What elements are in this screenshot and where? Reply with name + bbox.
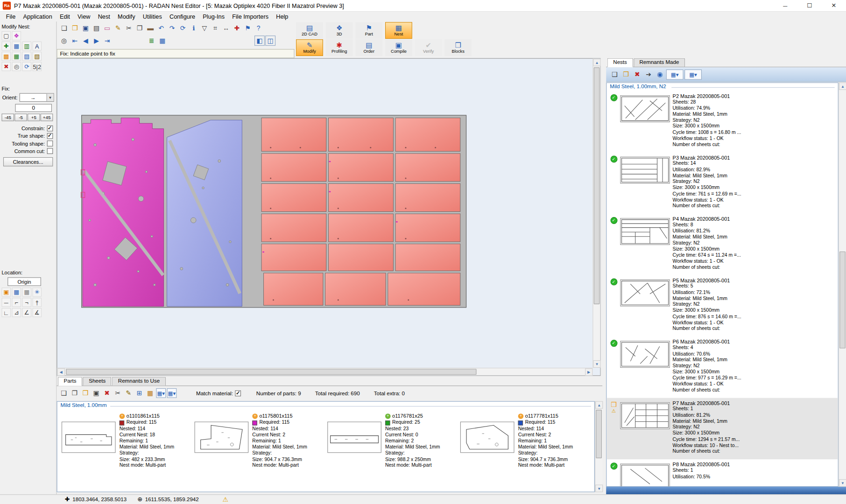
mode-button[interactable]: ✔ Verify — [415, 39, 442, 56]
pattern-tool-icon[interactable]: ▨ — [22, 52, 31, 61]
delete-part-icon[interactable]: ✖ — [102, 388, 112, 398]
nest-list-item[interactable]: ✓ P3 Mazak 20200805-001 Sheets: 14 Utili… — [606, 153, 838, 214]
checkbox[interactable] — [47, 140, 53, 147]
snap-grid-icon[interactable]: ⌗ — [210, 22, 220, 33]
nests-panel-bottom-bar[interactable] — [606, 487, 846, 494]
part-card[interactable]: + o1176781x25 Required: 25 Nested: 23 Cu… — [323, 412, 456, 469]
pen-icon[interactable]: ✎ — [113, 22, 123, 33]
angle-step-button[interactable]: -5 — [14, 113, 27, 121]
part-card[interactable]: + o1175801x115 Required: 115 Nested: 114… — [190, 412, 323, 469]
cluster-tool-icon[interactable]: ▦ — [12, 52, 21, 61]
warning-icon[interactable]: ⚠ — [223, 496, 228, 503]
array-tool-icon[interactable]: ▦ — [12, 42, 21, 51]
maximize-button[interactable]: ☐ — [797, 0, 822, 12]
copy-icon[interactable]: ❐ — [134, 22, 145, 33]
corner-left-icon[interactable]: ⌐ — [12, 298, 21, 307]
mode-button[interactable]: ▤ Order — [355, 39, 382, 56]
canvas-vertical-scrollbar[interactable]: ▲ ▼ — [592, 59, 600, 368]
add-part-tool-icon[interactable]: ✚ — [1, 42, 11, 51]
select-tool-icon[interactable]: ▢ — [1, 31, 11, 41]
info-icon[interactable]: ℹ — [189, 22, 199, 33]
scroll-right-icon[interactable]: ▶ — [585, 368, 592, 376]
angle-icon[interactable]: ∟ — [1, 308, 11, 317]
panel-tab[interactable]: Remnants to Use — [112, 377, 166, 385]
part-card[interactable]: + o1101861x115 Required: 115 Nested: 114… — [57, 412, 190, 469]
help-icon[interactable]: ? — [254, 22, 264, 33]
menu-item[interactable]: File Importers — [228, 13, 272, 21]
mode-button[interactable]: ▦ Nest — [385, 22, 412, 39]
filter-icon[interactable]: ▽ — [199, 22, 210, 33]
mode-button[interactable]: ▣ Compile — [385, 39, 412, 56]
new-icon[interactable]: ❑ — [59, 22, 69, 33]
angle2-icon[interactable]: ∠ — [22, 308, 31, 317]
part-card[interactable]: + o1177781x115 Required: 115 Nested: 114… — [456, 412, 589, 469]
origin-button[interactable]: Origin — [7, 277, 41, 286]
cut-part-icon[interactable]: ✂ — [113, 388, 123, 398]
nest-list-item[interactable]: ✓ P2 Mazak 20200805-001 Sheets: 28 Utili… — [606, 91, 838, 153]
fix-option-row[interactable]: Common cut: — [0, 147, 56, 154]
menu-item[interactable]: Help — [272, 13, 292, 21]
block-tool-icon[interactable]: ▧ — [32, 52, 42, 61]
open-nest-icon[interactable]: ❒ — [620, 69, 631, 79]
parts-columns-icon[interactable]: ▦▾ — [156, 388, 166, 398]
nest-list-item[interactable]: ✓ P8 Mazak 20200805-001 Sheets: 1 Utilis… — [606, 459, 838, 487]
parts-scrollbar[interactable]: ▲ ▼ — [595, 401, 602, 492]
rotate-tool-icon[interactable]: ⟳ — [22, 62, 31, 71]
fix-option-row[interactable]: Tooling shape: — [0, 140, 56, 147]
move-part-tool-icon[interactable]: ❖ — [12, 31, 21, 41]
new-part-icon[interactable]: ❑ — [59, 388, 69, 398]
menu-item[interactable]: View — [74, 13, 94, 21]
panel-tab[interactable]: Parts — [58, 377, 82, 386]
angle-step-button[interactable]: +45 — [41, 113, 53, 121]
zoom-extents-icon[interactable]: ◎ — [59, 35, 69, 46]
ratio-tool-icon[interactable]: 5|2 — [32, 62, 42, 71]
split-vertical-icon[interactable]: ◫ — [265, 35, 275, 46]
mode-button[interactable]: ❒ Blocks — [444, 39, 472, 56]
parts-filter-icon[interactable]: ▦▾ — [167, 388, 177, 398]
delete-tool-icon[interactable]: ✖ — [1, 62, 11, 71]
menu-item[interactable]: Plug-Ins — [199, 13, 228, 21]
save-icon[interactable]: ▣ — [80, 22, 91, 33]
split-horizontal-icon[interactable]: ◧ — [254, 35, 265, 46]
flag-icon[interactable]: ⚑ — [243, 22, 253, 33]
text-tool-icon[interactable]: A — [32, 42, 42, 51]
minimize-button[interactable]: ─ — [773, 0, 797, 12]
nest-list-item[interactable]: ❒ ⚠ P7 Mazak 20200805-001 Sheets: 1 Util… — [606, 398, 838, 460]
scroll-left-icon[interactable]: ◀ — [57, 368, 65, 376]
match-material[interactable]: Match material: — [196, 390, 241, 396]
salmon-parts[interactable] — [261, 118, 460, 306]
next-nest-icon[interactable]: ▶ — [92, 35, 102, 46]
print-icon[interactable]: ▤ — [92, 22, 102, 33]
preview-icon[interactable]: ▭ — [102, 22, 113, 33]
clearances-button[interactable]: Clearances... — [3, 157, 53, 167]
sheet-table-icon[interactable]: ▦ — [157, 35, 168, 46]
nest-filter-icon[interactable]: ▦▾ — [684, 69, 702, 79]
grid-icon[interactable]: ▦ — [12, 287, 21, 297]
checkbox[interactable] — [47, 133, 53, 139]
new-nest-icon[interactable]: ❑ — [609, 69, 620, 79]
redo-icon[interactable]: ↷ — [167, 22, 177, 33]
nests-scrollbar[interactable]: ▲ ▼ — [839, 83, 846, 487]
fill-tool-icon[interactable]: ▥ — [22, 42, 31, 51]
scroll-up-icon[interactable]: ▲ — [595, 401, 603, 409]
menu-item[interactable]: Utilities — [139, 13, 166, 21]
nest-canvas[interactable]: ▲ ▼ ◀ ▶ — [56, 58, 600, 376]
scroll-up-icon[interactable]: ▲ — [839, 83, 846, 90]
menu-item[interactable]: Modify — [114, 13, 139, 21]
nest-list-item[interactable]: ✓ P6 Mazak 20200805-001 Sheets: 4 Utilis… — [606, 336, 838, 398]
pin-icon[interactable]: ✚ — [232, 22, 242, 33]
line-icon[interactable]: ─ — [1, 298, 11, 307]
inspect-tool-icon[interactable]: ◎ — [12, 62, 21, 71]
open-part-icon[interactable]: ❒ — [80, 388, 90, 398]
scroll-up-icon[interactable]: ▲ — [593, 59, 600, 66]
orient-select[interactable]: → ▼ — [19, 93, 54, 102]
add-parts-icon[interactable]: ❐ — [70, 388, 79, 398]
snap-points-icon[interactable]: ✳ — [32, 287, 42, 297]
delete-nest-icon[interactable]: ✖ — [632, 69, 642, 79]
checkbox[interactable] — [47, 125, 53, 131]
mode-button[interactable]: ✎ Modify — [296, 39, 323, 56]
nest-list-item[interactable]: ✓ P5 Mazak 20200805-001 Sheets: 5 Utilis… — [606, 275, 838, 337]
mode-button[interactable]: ⚑ Part — [355, 22, 382, 39]
menu-item[interactable]: Configure — [166, 13, 199, 21]
chevron-down-icon[interactable]: ▼ — [47, 94, 54, 101]
